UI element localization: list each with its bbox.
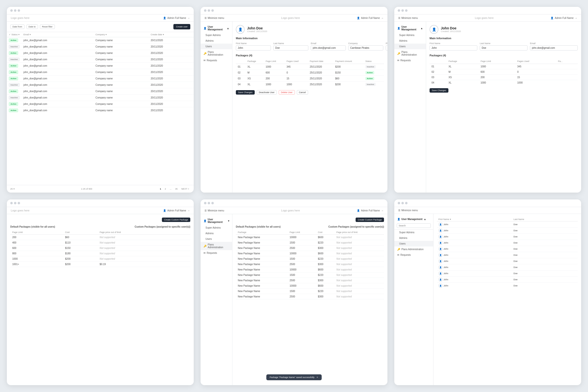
topbar-2: ☰ Minimize menu Logo goes here 👤 Admin F… [201,14,387,22]
first-name-input-2[interactable] [236,45,271,50]
date-from-btn[interactable]: Date from [10,24,24,29]
plan-cost: $150 [63,246,98,251]
table-row[interactable]: Active john_doe@gmail.com Company name 2… [7,50,194,56]
create-user-btn[interactable]: Create user [173,24,190,30]
sidebar-plans-3[interactable]: 🔑 Plans Administration [394,49,426,58]
admin-menu-3[interactable]: 👤 Admin Full Name → [551,17,577,19]
table-row[interactable]: Inactive john_doe@gmail.com Company name… [7,82,194,88]
sidebar-user-mgmt-3[interactable]: 👤 User Management ▲ [394,24,426,32]
email-input-2[interactable] [311,45,346,50]
email-input-3[interactable] [530,45,578,50]
sidebar-admins-3[interactable]: Admins [394,38,426,44]
page-1[interactable]: 1 [159,187,162,190]
admin-menu-5[interactable]: 👤 Admin Full Name → [357,209,384,212]
page-2[interactable]: 2 [164,187,167,190]
sidebar-super-admins-5[interactable]: Super Admins [201,225,232,230]
deactivate-btn-2[interactable]: Deactivate User [257,90,277,94]
save-changes-btn-3[interactable]: Save Changes [430,88,448,92]
sidebar-requests-2[interactable]: ✉ Requests [201,58,232,63]
table-row[interactable]: 👤John Doe [437,283,578,289]
pkg-limit: 200 [479,75,515,80]
date-to-btn[interactable]: Date to [26,24,38,29]
sidebar-admins-2[interactable]: Admins [201,38,232,44]
email-cell: john_doe@gmail.com [21,50,93,56]
dot-13 [204,202,206,204]
table-row[interactable]: 👤John Doe [437,228,578,234]
minimize-menu-3[interactable]: ☰ Minimize menu [398,17,418,19]
table-row[interactable]: Active john_doe@gmail.com Company name 2… [7,88,194,94]
create-custom-pkg-btn-4[interactable]: Create Custom Package [162,218,190,222]
page-ellipsis: ... [168,187,173,190]
table-row[interactable]: 👤John Doe [437,276,578,283]
table-row[interactable]: Active john_doe@gmail.com Company name 2… [7,76,194,82]
sidebar-admins-6[interactable]: Admins [394,235,433,241]
pagination-1: 25 ▾ 1-25 of 900 1 2 ... 35 NEXT > [7,185,194,192]
table-row[interactable]: Active john_doe@gmail.com Company name 2… [7,37,194,44]
sidebar-super-admins-3[interactable]: Super Admins [394,32,426,38]
admin-menu-4[interactable]: 👤 Admin Full Name → [163,209,190,212]
per-page[interactable]: 25 ▾ [10,188,15,190]
table-row[interactable]: Active john_doe@gmail.com Company name 2… [7,63,194,69]
table-row[interactable]: 👤John Doe [437,234,578,240]
sidebar-user-mgmt-5[interactable]: 👤 User Management ▾ [201,216,232,225]
minimize-label-6: Minimize menu [401,209,418,212]
table-row[interactable]: Inactive john_doe@gmail.com Company name… [7,56,194,63]
sidebar-plans-6[interactable]: 🔑 Plans Administration [394,246,433,252]
table-row[interactable]: 👤John Doe [437,252,578,258]
sidebar-users-2[interactable]: Users [201,44,232,49]
window-user-edit: ☰ Minimize menu Logo goes here 👤 Admin F… [201,7,387,192]
page-next[interactable]: NEXT > [180,187,190,190]
save-changes-btn-2[interactable]: Save Changes [236,90,255,94]
last-name-input-3[interactable] [480,45,528,50]
sidebar-requests-3[interactable]: ✉ Requests [394,58,426,63]
last-name-input-2[interactable] [273,45,308,50]
table-row[interactable]: 👤John Doe [437,270,578,276]
table-row[interactable]: 👤John Doe [437,222,578,228]
table-row[interactable]: 👤John Doe [437,264,578,270]
search-input-6[interactable] [397,224,431,228]
admin-name-2: Admin Full Name [361,17,380,19]
admin-menu-1[interactable]: 👤 Admin Full Name → [163,17,190,19]
sidebar-super-admins-6[interactable]: Super Admins [394,230,433,235]
phone-input-2[interactable] [386,45,387,50]
admin-menu-2[interactable]: 👤 Admin Full Name → [357,17,384,19]
company-cell: Company name [93,44,149,50]
sidebar-admins-5[interactable]: Admins [201,230,232,236]
sidebar-super-admins-2[interactable]: Super Admins [201,32,232,38]
sidebar-plans-2[interactable]: 🔑 Plans Administration [201,49,232,58]
table-row[interactable]: Inactive john_doe@gmail.com Company name… [7,44,194,50]
pkg-date [556,64,578,69]
toast-close-5[interactable]: ✕ [316,376,318,378]
list-item: New Package Name 10000 $600 Not supporte… [236,251,384,256]
delete-btn-2[interactable]: Delete User [279,90,295,94]
table-row[interactable]: 👤John Doe [437,246,578,252]
table-row[interactable]: Active john_doe@gmail.com Company name 2… [7,69,194,76]
sidebar-user-mgmt-6[interactable]: 👤 User Management ▲ [394,216,433,222]
table-row[interactable]: Active john_doe@gmail.com Company name 2… [7,107,194,114]
sidebar-requests-6[interactable]: ✉ Requests [394,252,433,258]
sidebar-users-5[interactable]: Users [201,236,232,242]
minimize-menu-6[interactable]: ☰ Minimize menu [398,209,418,212]
cancel-btn-2[interactable]: Cancel [297,90,308,94]
first-name-input-3[interactable] [430,45,477,50]
dot-8 [401,9,404,12]
page-35[interactable]: 35 [174,187,179,190]
sidebar-user-mgmt-2[interactable]: 👤 User Management ▲ [201,24,232,32]
window-user-edit-partial: ☰ Minimize menu Logo goes here 👤 Admin F… [394,7,581,192]
table-row[interactable]: 👤John Doe [437,258,578,264]
window-dots [10,9,20,12]
table-row[interactable]: Active john_doe@gmail.com Company name 2… [7,101,194,107]
minimize-menu-5[interactable]: ☰ Minimize menu [204,209,224,212]
table-row[interactable]: Inactive john_doe@gmail.com Company name… [7,94,194,101]
plan-out: Not supported [335,256,384,262]
sidebar-plans-5[interactable]: 🔑 Plans Administration [201,242,232,250]
sidebar-users-3[interactable]: Users [394,44,426,49]
table-row[interactable]: 👤John Doe [437,240,578,246]
company-group-2: Company [348,42,383,50]
sidebar-requests-5[interactable]: ✉ Requests [201,250,232,256]
create-custom-pkg-btn-5[interactable]: Create Custom Package [356,218,384,222]
reset-filter-btn[interactable]: Reset filter [40,24,55,29]
sidebar-users-6[interactable]: Users [394,241,433,246]
company-input-2[interactable] [348,45,383,50]
minimize-menu-2[interactable]: ☰ Minimize menu [204,17,224,19]
